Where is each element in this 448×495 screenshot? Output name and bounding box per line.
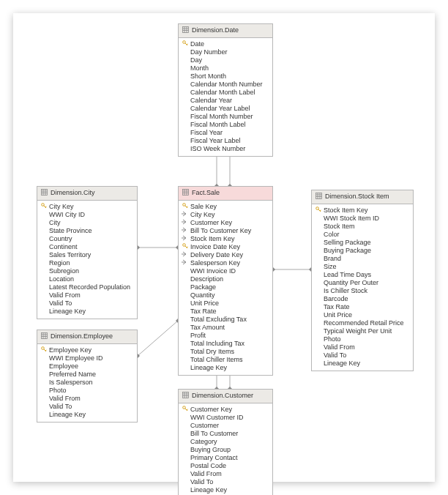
column-row[interactable]: Unit Price [315,311,410,319]
column-row[interactable]: Tax Rate [182,308,269,316]
column-row[interactable]: Month [182,64,269,72]
column-row[interactable]: Lineage Key [182,364,269,372]
column-row[interactable]: Date [182,40,269,48]
column-row[interactable]: Buying Package [315,247,410,255]
column-row[interactable]: Calendar Year [182,97,269,105]
column-row[interactable]: Is Chiller Stock [315,287,410,295]
column-row[interactable]: Bill To Customer Key [182,227,269,235]
column-row[interactable]: Country [40,235,134,243]
column-row[interactable]: Quantity [182,291,269,299]
column-row[interactable]: Stock Item Key [315,206,410,215]
column-row[interactable]: WWI Customer ID [182,414,269,422]
table-city[interactable]: Dimension.CityCity KeyWWI City IDCitySta… [37,186,138,319]
column-row[interactable]: Region [40,259,134,267]
column-row[interactable]: Sale Key [182,203,269,211]
column-row[interactable]: Valid From [315,343,410,351]
column-row[interactable]: Tax Rate [315,303,410,311]
column-row[interactable]: Is Salesperson [40,379,134,387]
table-header[interactable]: Dimension.Customer [179,390,272,403]
column-row[interactable]: Brand [315,255,410,263]
column-row[interactable]: Size [315,263,410,271]
column-row[interactable]: Salesperson Key [182,259,269,267]
column-row[interactable]: Total Including Tax [182,340,269,348]
column-row[interactable]: Fiscal Year Label [182,137,269,145]
column-row[interactable]: Sales Territory [40,251,134,259]
column-row[interactable]: Description [182,275,269,283]
column-row[interactable]: Calendar Month Label [182,89,269,97]
column-row[interactable]: Recommended Retail Price [315,319,410,327]
column-row[interactable]: Valid To [40,403,134,411]
column-row[interactable]: Fiscal Month Number [182,113,269,121]
column-row[interactable]: Bill To Customer [182,430,269,438]
column-row[interactable]: Valid To [40,299,134,308]
column-row[interactable]: Invoice Date Key [182,243,269,251]
column-row[interactable]: Stock Item Key [182,235,269,243]
column-row[interactable]: Valid From [182,470,269,478]
column-row[interactable]: Buying Group [182,446,269,454]
table-header[interactable]: Fact.Sale [179,187,272,201]
column-row[interactable]: Customer Key [182,219,269,227]
column-row[interactable]: ISO Week Number [182,145,269,153]
column-row[interactable]: WWI City ID [40,211,134,219]
column-row[interactable]: Photo [315,335,410,343]
column-row[interactable]: Lineage Key [182,486,269,494]
column-row[interactable]: City Key [182,211,269,219]
column-row[interactable]: Total Dry Items [182,348,269,356]
column-row[interactable]: Selling Package [315,239,410,247]
column-row[interactable]: Tax Amount [182,324,269,332]
column-row[interactable]: Latest Recorded Population [40,283,134,291]
column-row[interactable]: WWI Invoice ID [182,267,269,275]
column-row[interactable]: Stock Item [315,223,410,231]
column-row[interactable]: Photo [40,387,134,395]
column-row[interactable]: Package [182,283,269,291]
column-row[interactable]: Valid From [40,291,134,299]
column-row[interactable]: City [40,219,134,227]
column-row[interactable]: WWI Employee ID [40,354,134,362]
column-row[interactable]: Postal Code [182,462,269,470]
table-stockitem[interactable]: Dimension.Stock ItemStock Item KeyWWI St… [311,190,414,371]
column-row[interactable]: State Province [40,227,134,235]
column-row[interactable]: Valid From [40,395,134,403]
column-row[interactable]: Continent [40,243,134,251]
column-row[interactable]: Fiscal Month Label [182,121,269,129]
column-row[interactable]: Subregion [40,267,134,275]
column-row[interactable]: Barcode [315,295,410,303]
column-row[interactable]: Total Chiller Items [182,356,269,364]
column-row[interactable]: Primary Contact [182,454,269,462]
column-row[interactable]: Profit [182,332,269,340]
column-row[interactable]: Total Excluding Tax [182,316,269,324]
column-row[interactable]: Delivery Date Key [182,251,269,259]
column-row[interactable]: Preferred Name [40,371,134,379]
column-row[interactable]: Calendar Month Number [182,81,269,89]
column-row[interactable]: WWI Stock Item ID [315,215,410,223]
column-row[interactable]: Short Month [182,72,269,81]
column-row[interactable]: Day Number [182,48,269,56]
column-row[interactable]: Location [40,275,134,283]
column-row[interactable]: Unit Price [182,299,269,308]
column-row[interactable]: Color [315,231,410,239]
column-row[interactable]: Calendar Year Label [182,105,269,113]
column-row[interactable]: Customer [182,422,269,430]
column-row[interactable]: Employee [40,362,134,371]
column-row[interactable]: Lineage Key [315,360,410,368]
column-row[interactable]: Lineage Key [40,308,134,316]
column-row[interactable]: City Key [40,203,134,211]
column-row[interactable]: Valid To [182,478,269,486]
column-row[interactable]: Employee Key [40,346,134,354]
column-row[interactable]: Day [182,56,269,64]
column-row[interactable]: Customer Key [182,406,269,414]
table-date[interactable]: Dimension.DateDateDay NumberDayMonthShor… [178,23,273,157]
column-row[interactable]: Typical Weight Per Unit [315,327,410,335]
column-row[interactable]: Lineage Key [40,411,134,419]
column-row[interactable]: Lead Time Days [315,271,410,279]
column-row[interactable]: Category [182,438,269,446]
column-row[interactable]: Quantity Per Outer [315,279,410,287]
table-customer[interactable]: Dimension.CustomerCustomer KeyWWI Custom… [178,389,273,495]
table-employee[interactable]: Dimension.EmployeeEmployee KeyWWI Employ… [37,330,138,423]
table-header[interactable]: Dimension.City [37,187,137,201]
table-sale[interactable]: Fact.SaleSale KeyCity KeyCustomer KeyBil… [178,186,273,376]
table-header[interactable]: Dimension.Date [179,24,272,38]
column-row[interactable]: Valid To [315,351,410,360]
table-header[interactable]: Dimension.Employee [37,330,137,344]
table-header[interactable]: Dimension.Stock Item [312,190,413,204]
